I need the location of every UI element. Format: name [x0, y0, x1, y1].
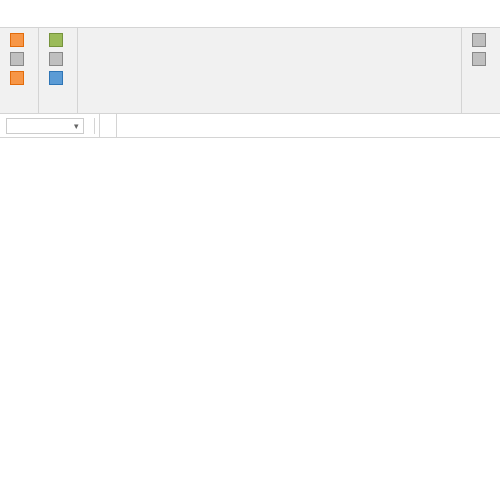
group-label: [8, 109, 30, 111]
gif-record-btn[interactable]: [47, 70, 69, 86]
scissors-icon: [10, 33, 24, 47]
favorites-btn[interactable]: [47, 32, 69, 48]
delete-icon: [472, 52, 486, 66]
ribbon: [0, 28, 500, 114]
group-delete: [462, 28, 500, 113]
document-icon: [10, 52, 24, 66]
group-label: [86, 109, 453, 111]
delete-selected-btn[interactable]: [470, 51, 492, 67]
delete-icon: [472, 33, 486, 47]
name-box[interactable]: ▾: [6, 118, 84, 134]
disk-icon: [49, 52, 63, 66]
format1-btn[interactable]: [8, 70, 30, 86]
record-icon: [49, 71, 63, 85]
c-drive-btn[interactable]: [47, 51, 69, 67]
chevron-down-icon[interactable]: ▾: [74, 121, 79, 131]
fx-label[interactable]: [99, 114, 116, 137]
text1-btn[interactable]: [8, 51, 30, 67]
delete-unused-btn[interactable]: [470, 32, 492, 48]
group-storage: [78, 28, 462, 113]
group-favorites: [39, 28, 78, 113]
menu-tabs: [0, 0, 500, 28]
star-icon: [49, 33, 63, 47]
formula-input[interactable]: [116, 114, 500, 137]
group-label: [47, 109, 69, 111]
paintbrush-icon: [10, 71, 24, 85]
group-custom-text: [0, 28, 39, 113]
formula-bar: ▾: [0, 114, 500, 138]
text-and-format-btn[interactable]: [8, 32, 30, 48]
